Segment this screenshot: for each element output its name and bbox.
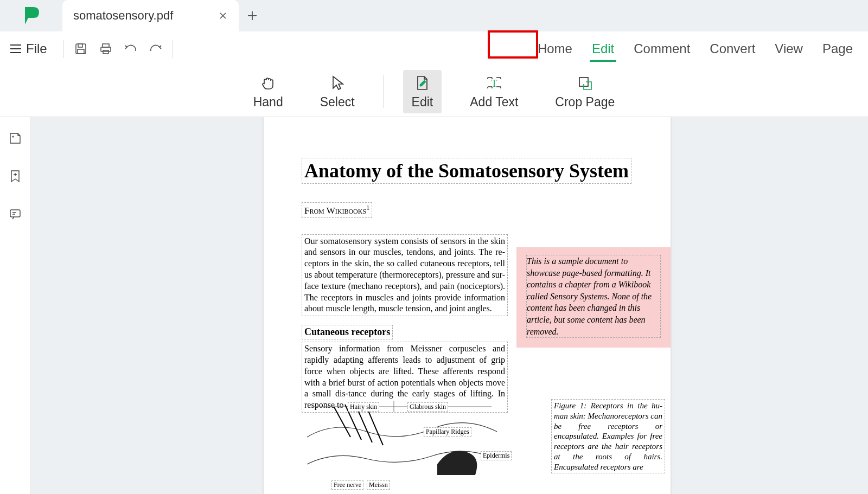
tab-comment[interactable]: Comment [624, 31, 700, 66]
doc-source-box[interactable]: From Wikibooks1 [302, 202, 372, 218]
pink-callout-text[interactable]: This is a sample document to showcase pa… [526, 255, 661, 338]
print-button[interactable] [93, 38, 118, 60]
document-tab[interactable]: somatosensory.pdf [62, 0, 239, 31]
svg-rect-2 [78, 49, 84, 54]
svg-rect-4 [101, 47, 111, 52]
tab-filename: somatosensory.pdf [73, 9, 173, 23]
comments-panel-icon[interactable] [7, 206, 23, 222]
cursor-icon [330, 73, 345, 93]
figure-caption-box[interactable]: Figure 1: Receptors in the hu-man skin: … [551, 399, 665, 473]
svg-rect-3 [103, 44, 109, 47]
tab-page-label: Page [822, 41, 853, 56]
menubar: File Home Edit Comment Convert View Page [0, 31, 868, 66]
separator [383, 75, 384, 108]
tab-edit[interactable]: Edit [582, 31, 624, 66]
fig-label-hairy[interactable]: Hairy skin [348, 402, 379, 412]
undo-icon [124, 43, 138, 54]
svg-point-8 [12, 136, 14, 138]
tab-comment-label: Comment [634, 41, 690, 56]
save-button[interactable] [68, 38, 93, 60]
save-icon [74, 42, 87, 55]
document-canvas[interactable]: Anatomy of the Somatosensory System From… [30, 117, 868, 494]
tab-view[interactable]: View [765, 31, 813, 66]
app-logo [0, 0, 62, 31]
tab-page[interactable]: Page [813, 31, 863, 66]
left-sidebar [0, 117, 30, 494]
doc-para1-box[interactable]: Our somatosensory system consists of sen… [302, 234, 508, 317]
tool-hand[interactable]: Hand [245, 70, 292, 113]
new-tab-button[interactable] [239, 0, 266, 31]
tab-home-label: Home [538, 41, 572, 56]
tool-add-text[interactable]: T Add Text [461, 70, 527, 113]
pink-callout: This is a sample document to showcase pa… [516, 247, 671, 348]
separator [63, 40, 64, 58]
tool-crop-page-label: Crop Page [555, 95, 615, 110]
print-icon [99, 42, 112, 55]
svg-rect-1 [78, 44, 82, 47]
workspace: Anatomy of the Somatosensory System From… [0, 117, 868, 494]
undo-button[interactable] [118, 38, 143, 60]
fig-label-meiss[interactable]: Meissn [367, 480, 390, 490]
tab-view-label: View [775, 41, 803, 56]
file-menu-label: File [26, 41, 47, 56]
bookmark-add-icon[interactable] [7, 168, 23, 184]
thumbnails-icon[interactable] [7, 130, 23, 146]
hamburger-icon [10, 44, 22, 54]
redo-icon [149, 43, 163, 54]
redo-button[interactable] [143, 38, 168, 60]
fig-label-papillary[interactable]: Papillary Ridges [424, 427, 471, 437]
svg-text:T: T [491, 78, 497, 89]
figure-caption-region: Figure 1: Receptors in the hu-man skin: … [551, 399, 665, 473]
titlebar: somatosensory.pdf [0, 0, 868, 31]
file-menu[interactable]: File [10, 41, 47, 56]
tab-home[interactable]: Home [528, 31, 582, 66]
tool-add-text-label: Add Text [470, 95, 518, 110]
tool-crop-page[interactable]: Crop Page [546, 70, 623, 113]
doc-source-label: From Wikibooks [304, 206, 366, 216]
pdf-page: Anatomy of the Somatosensory System From… [264, 117, 671, 494]
tab-convert[interactable]: Convert [700, 31, 765, 66]
svg-line-15 [367, 407, 383, 445]
doc-subhead-box[interactable]: Cutaneous receptors [302, 325, 393, 339]
doc-source-sup: 1 [366, 204, 369, 211]
tab-convert-label: Convert [710, 41, 755, 56]
hand-icon [260, 73, 276, 93]
svg-rect-5 [103, 50, 108, 54]
separator [173, 40, 173, 58]
tab-edit-label: Edit [592, 41, 614, 56]
edit-page-icon [414, 73, 430, 93]
fig-label-glabrous[interactable]: Glabrous skin [407, 402, 448, 412]
tool-edit[interactable]: Edit [403, 70, 442, 113]
figure-diagram: Hairy skin Glabrous skin Papillary Ridge… [302, 399, 502, 491]
svg-rect-9 [10, 210, 20, 217]
fig-label-epidermis[interactable]: Epidermis [481, 451, 512, 460]
doc-title-box[interactable]: Anatomy of the Somatosensory System [302, 158, 631, 184]
tool-select-label: Select [320, 95, 355, 110]
close-tab-icon[interactable] [217, 10, 229, 22]
fig-label-free[interactable]: Free nerve [331, 480, 363, 490]
crop-icon [577, 73, 593, 93]
tool-edit-label: Edit [412, 95, 433, 110]
tool-hand-label: Hand [253, 95, 283, 110]
main-tabs: Home Edit Comment Convert View Page [528, 31, 863, 66]
edit-ribbon: Hand Select Edit T Add Text Crop Page [0, 66, 868, 117]
tool-select[interactable]: Select [311, 70, 363, 113]
add-text-icon: T [485, 73, 503, 93]
